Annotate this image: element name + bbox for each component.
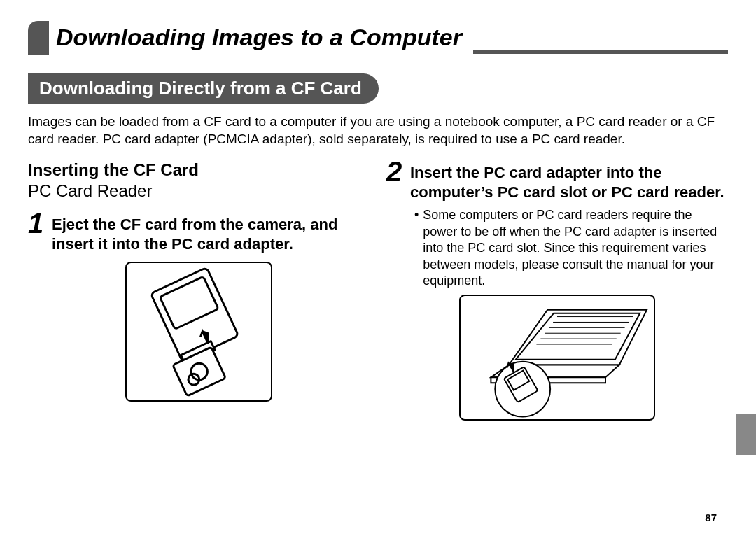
laptop-pc-card-icon	[461, 296, 654, 420]
chapter-title: Downloading Images to a Computer	[49, 21, 473, 55]
subsection-heading: Inserting the CF Card	[28, 160, 370, 180]
step-2-notes: • Some computers or PC card readers requ…	[414, 207, 728, 289]
step-title: Insert the PC card adapter into the comp…	[410, 160, 728, 202]
note-item: • Some computers or PC card readers requ…	[414, 207, 728, 289]
step-number: 1	[28, 209, 48, 237]
left-column: Inserting the CF Card PC Card Reader 1 E…	[28, 160, 370, 421]
cf-card-adapter-icon	[127, 263, 271, 400]
chapter-tab-decoration	[28, 21, 49, 55]
illustration-cf-into-adapter	[125, 262, 272, 402]
section-heading: Downloading Directly from a CF Card	[28, 73, 379, 104]
subsection-subheading: PC Card Reader	[28, 181, 370, 201]
note-text: Some computers or PC card readers requir…	[423, 207, 728, 289]
intro-paragraph: Images can be loaded from a CF card to a…	[28, 113, 728, 148]
step-title: Eject the CF card from the camera, and i…	[52, 212, 370, 253]
step-1: 1 Eject the CF card from the camera, and…	[28, 212, 370, 253]
chapter-bar: Downloading Images to a Computer	[28, 21, 728, 55]
step-number: 2	[386, 157, 406, 185]
step-2: 2 Insert the PC card adapter into the co…	[386, 160, 728, 202]
chapter-rule	[473, 50, 728, 54]
chapter-heading: Downloading Images to a Computer	[28, 21, 728, 55]
bullet-icon: •	[414, 207, 419, 289]
two-column-layout: Inserting the CF Card PC Card Reader 1 E…	[28, 160, 728, 421]
right-column: 2 Insert the PC card adapter into the co…	[386, 160, 728, 421]
illustration-laptop-slot	[459, 295, 655, 421]
page-number: 87	[705, 512, 717, 523]
section-thumb-tab	[736, 414, 756, 455]
